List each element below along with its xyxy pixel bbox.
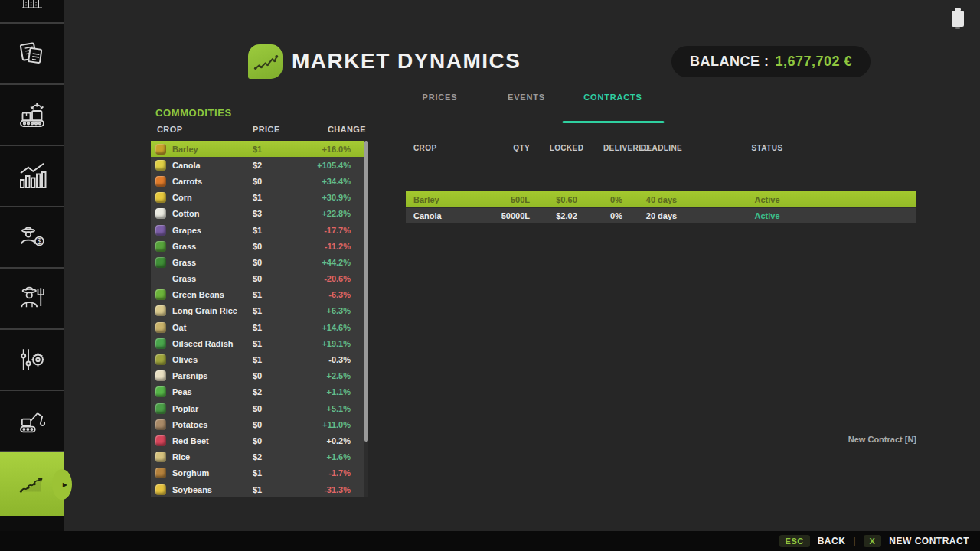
crop-name: Grass	[172, 258, 253, 267]
sidebar-item-contracts[interactable]	[0, 24, 64, 85]
tab-events[interactable]: EVENTS	[483, 91, 570, 123]
esc-key-badge[interactable]: ESC	[779, 535, 810, 547]
crop-icon	[155, 435, 166, 446]
sidebar-item-city[interactable]	[0, 0, 64, 24]
commodity-row[interactable]: Carrots $0 +34.4%	[151, 173, 368, 189]
back-button[interactable]: BACK	[818, 536, 846, 546]
crop-icon	[155, 468, 166, 478]
svg-text:$: $	[38, 237, 42, 246]
commodity-row[interactable]: Long Grain Rice $1 +6.3%	[151, 303, 368, 319]
tab-contracts[interactable]: CONTRACTS	[570, 91, 656, 123]
commodity-row[interactable]: Grass $0 -20.6%	[151, 271, 368, 287]
crop-change: +34.4%	[299, 177, 368, 186]
crop-price: $1	[253, 323, 299, 332]
commodity-row[interactable]: Oat $1 +14.6%	[151, 319, 368, 335]
settings-icon	[17, 344, 47, 375]
contract-locked: $2.02	[530, 211, 603, 220]
commodity-row[interactable]: Poplar $0 +5.1%	[151, 400, 368, 416]
commodity-row[interactable]: Peas $2 +1.1%	[151, 384, 368, 400]
crop-change: -11.2%	[299, 242, 368, 251]
tab-bar: PRICES EVENTS CONTRACTS	[397, 91, 656, 123]
crop-change: +6.3%	[299, 306, 368, 315]
contract-delivered: 0%	[603, 195, 629, 204]
crop-icon	[155, 176, 166, 187]
column-status: STATUS	[694, 144, 841, 152]
column-locked: LOCKED	[530, 144, 603, 152]
commodity-row[interactable]: Potatoes $0 +11.0%	[151, 416, 368, 432]
column-crop: CROP	[151, 125, 253, 134]
crop-change: +5.1%	[299, 404, 368, 413]
crop-icon	[155, 370, 166, 381]
contract-status: Active	[694, 211, 841, 220]
crop-price: $0	[253, 274, 299, 283]
crop-price: $3	[253, 209, 299, 218]
crop-change: +22.8%	[299, 209, 368, 218]
commodity-row[interactable]: Soybeans $1 -31.3%	[151, 481, 368, 497]
sidebar-item-production[interactable]	[0, 85, 64, 146]
x-key-badge[interactable]: X	[864, 535, 882, 547]
crop-change: -6.3%	[299, 290, 368, 299]
commodity-row[interactable]: Barley $1 +16.0%	[151, 141, 368, 157]
commodity-row[interactable]: Olives $1 -0.3%	[151, 351, 368, 367]
crop-change: +19.1%	[299, 339, 368, 348]
crop-price: $1	[253, 468, 299, 478]
crop-icon	[155, 192, 166, 203]
crop-name: Green Beans	[172, 290, 253, 299]
crop-icon	[155, 322, 166, 333]
sidebar-item-workers[interactable]	[0, 269, 64, 330]
commodity-row[interactable]: Rice $2 +1.6%	[151, 449, 368, 465]
column-crop: CROP	[406, 144, 490, 152]
crop-icon	[155, 144, 166, 155]
commodity-row[interactable]: Sorghum $1 -1.7%	[151, 465, 368, 481]
crop-change: +30.9%	[299, 193, 368, 202]
sidebar-item-statistics[interactable]	[0, 146, 64, 207]
commodity-row[interactable]: Cotton $3 +22.8%	[151, 206, 368, 222]
market-trend-icon	[15, 471, 50, 497]
crop-price: $1	[253, 290, 299, 299]
commodity-row[interactable]: Red Beet $0 +0.2%	[151, 432, 368, 448]
crop-price: $1	[253, 485, 299, 494]
commodities-title: COMMODITIES	[155, 107, 232, 119]
contract-row[interactable]: Barley 500L $0.60 0% 40 days Active	[406, 191, 916, 207]
sidebar-item-sales[interactable]: $	[0, 207, 64, 269]
crop-price: $2	[253, 387, 299, 396]
crop-name: Poplar	[172, 404, 253, 413]
contract-row[interactable]: Canola 50000L $2.02 0% 20 days Active	[406, 207, 916, 223]
commodities-header: CROP PRICE CHANGE	[151, 125, 368, 134]
crop-icon	[155, 208, 166, 219]
crop-change: -20.6%	[299, 274, 368, 283]
crop-name: Carrots	[172, 177, 253, 186]
city-icon	[21, 0, 44, 10]
sidebar-item-settings[interactable]	[0, 330, 64, 391]
commodity-row[interactable]: Green Beans $1 -6.3%	[151, 287, 368, 303]
column-price: PRICE	[253, 125, 309, 134]
crop-name: Potatoes	[172, 420, 253, 429]
sidebar-item-market-dynamics[interactable]: ▶	[0, 452, 64, 516]
crop-price: $0	[253, 436, 299, 445]
crop-icon	[155, 289, 166, 300]
column-qty: QTY	[490, 144, 530, 152]
market-dynamics-screen: $ ▶ MARKET DYNAMICS BALANCE : 1,677,702 …	[0, 0, 980, 551]
tab-prices[interactable]: PRICES	[397, 91, 483, 123]
commodities-scrollbar[interactable]	[364, 141, 368, 497]
sidebar-item-construction[interactable]	[0, 391, 64, 452]
commodity-row[interactable]: Parsnips $0 +2.5%	[151, 368, 368, 384]
sidebar: $ ▶	[0, 0, 64, 551]
crop-name: Olives	[172, 355, 253, 364]
commodity-row[interactable]: Grapes $1 -17.7%	[151, 222, 368, 238]
scrollbar-thumb[interactable]	[364, 141, 368, 442]
crop-price: $1	[253, 226, 299, 235]
battery-icon	[952, 11, 964, 27]
commodity-row[interactable]: Corn $1 +30.9%	[151, 190, 368, 206]
crop-name: Cotton	[172, 209, 253, 218]
crop-change: +105.4%	[299, 161, 368, 170]
new-contract-button[interactable]: NEW CONTRACT	[889, 536, 969, 546]
commodity-row[interactable]: Canola $2 +105.4%	[151, 157, 368, 173]
crop-icon	[155, 484, 166, 495]
commodity-row[interactable]: Grass $0 -11.2%	[151, 238, 368, 254]
commodity-row[interactable]: Oilseed Radish $1 +19.1%	[151, 335, 368, 351]
commodity-row[interactable]: Grass $0 +44.2%	[151, 254, 368, 270]
crop-price: $0	[253, 420, 299, 429]
crop-change: -31.3%	[299, 485, 368, 494]
crop-name: Red Beet	[172, 436, 253, 445]
